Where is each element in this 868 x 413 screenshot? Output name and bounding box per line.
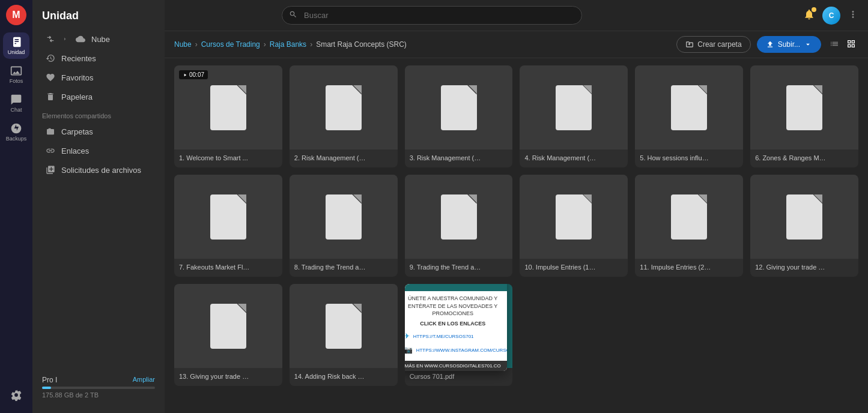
sidebar-nav-nube[interactable]: Nube bbox=[36, 30, 161, 48]
file-thumbnail bbox=[635, 65, 743, 149]
file-name: 11. Impulse Entries (2… bbox=[635, 259, 743, 277]
file-thumbnail bbox=[290, 65, 398, 149]
list-item[interactable]: 8. Trading the Trend a… bbox=[290, 175, 398, 277]
file-thumbnail bbox=[750, 175, 858, 259]
sidebar-nav-recientes[interactable]: Recientes bbox=[36, 49, 161, 67]
file-icon bbox=[556, 85, 592, 130]
file-thumbnail bbox=[405, 175, 513, 259]
storage-plan: Pro I bbox=[42, 376, 57, 384]
storage-fill bbox=[42, 387, 51, 389]
file-grid-content: 00:07 1. Welcome to Smart ... 2. Risk Ma… bbox=[165, 58, 868, 413]
file-name: 4. Risk Management (… bbox=[520, 149, 628, 167]
sidebar-nav-carpetas[interactable]: Carpetas bbox=[36, 122, 161, 140]
notification-badge bbox=[812, 7, 816, 12]
sidebar-item-chat[interactable]: Chat bbox=[3, 90, 29, 116]
list-item[interactable]: 11. Impulse Entries (2… bbox=[635, 175, 743, 277]
file-name: 12. Giving your trade … bbox=[750, 259, 858, 277]
app-logo[interactable]: M bbox=[6, 5, 26, 25]
file-name: 3. Risk Management (… bbox=[405, 149, 513, 167]
list-item[interactable]: 2. Risk Management (… bbox=[290, 65, 398, 167]
sidebar-nav-enlaces[interactable]: Enlaces bbox=[36, 142, 161, 160]
cursos-instagram-row: 📷 HTTPS://WWW.INSTAGRAM.COM/CURSOSEMPREN… bbox=[405, 343, 502, 357]
file-icon bbox=[210, 194, 246, 240]
topbar-right: C bbox=[803, 7, 858, 25]
svg-rect-0 bbox=[47, 129, 54, 134]
file-thumbnail bbox=[635, 175, 743, 259]
list-item[interactable]: CURSOS DIGITALES 701 ÚNETE A NUESTRA COM… bbox=[405, 284, 513, 386]
file-thumbnail: CURSOS DIGITALES 701 ÚNETE A NUESTRA COM… bbox=[405, 284, 513, 368]
upload-button[interactable]: Subir... bbox=[757, 36, 821, 53]
shared-section-label: Elementos compartidos bbox=[32, 106, 165, 122]
more-options-icon[interactable] bbox=[848, 9, 858, 22]
breadcrumb-cursos[interactable]: Cursos de Trading bbox=[201, 40, 260, 49]
file-thumbnail bbox=[520, 65, 628, 149]
list-item[interactable]: 10. Impulse Entries (1… bbox=[520, 175, 628, 277]
file-thumbnail bbox=[290, 284, 398, 368]
breadcrumb-sep1: › bbox=[195, 40, 198, 49]
file-thumbnail bbox=[174, 175, 282, 259]
list-item[interactable]: 12. Giving your trade … bbox=[750, 175, 858, 277]
file-icon bbox=[556, 194, 592, 240]
file-name: 7. Fakeouts Market Fl… bbox=[174, 259, 282, 277]
list-item[interactable]: 13. Giving your trade … bbox=[174, 284, 282, 386]
sidebar-title: Unidad bbox=[32, 7, 165, 29]
create-folder-button[interactable]: Crear carpeta bbox=[676, 36, 750, 53]
file-icon bbox=[210, 304, 246, 349]
view-toggle bbox=[827, 37, 858, 53]
breadcrumb-nube[interactable]: Nube bbox=[174, 40, 192, 49]
file-name: 5. How sessions influ… bbox=[635, 149, 743, 167]
upgrade-link[interactable]: Ampliar bbox=[133, 376, 155, 384]
cursos-header: CURSOS DIGITALES 701 bbox=[405, 284, 507, 291]
avatar[interactable]: C bbox=[822, 7, 840, 25]
cursos-popup: CURSOS DIGITALES 701 ÚNETE A NUESTRA COM… bbox=[405, 284, 507, 371]
sidebar-nav-favoritos[interactable]: Favoritos bbox=[36, 68, 161, 86]
file-name: 10. Impulse Entries (1… bbox=[520, 259, 628, 277]
grid-view-button[interactable] bbox=[844, 37, 858, 53]
list-item[interactable]: 9. Trading the Trend a… bbox=[405, 175, 513, 277]
file-icon bbox=[441, 85, 477, 130]
sidebar-item-backups[interactable]: Backups bbox=[3, 119, 29, 145]
notification-bell[interactable] bbox=[803, 8, 815, 23]
file-icon bbox=[671, 85, 707, 130]
breadcrumb-smart: Smart Raja Concepts (SRC) bbox=[316, 40, 407, 49]
sidebar-nav-solicitudes[interactable]: Solicitudes de archivos bbox=[36, 161, 161, 179]
file-thumbnail bbox=[290, 175, 398, 259]
icon-bar: M Unidad Fotos Chat Backups bbox=[0, 0, 32, 413]
file-icon bbox=[326, 85, 362, 130]
breadcrumb: Nube › Cursos de Trading › Raja Banks › … bbox=[174, 34, 676, 55]
file-name: 14. Adding Risk back … bbox=[290, 368, 398, 386]
list-item[interactable]: 7. Fakeouts Market Fl… bbox=[174, 175, 282, 277]
file-thumbnail bbox=[520, 175, 628, 259]
file-icon bbox=[671, 194, 707, 240]
sidebar-item-unidad[interactable]: Unidad bbox=[3, 32, 29, 59]
settings-icon[interactable] bbox=[3, 382, 29, 408]
list-item[interactable]: 3. Risk Management (… bbox=[405, 65, 513, 167]
file-icon bbox=[326, 194, 362, 240]
breadcrumb-sep3: › bbox=[310, 40, 312, 49]
cursos-telegram-row: ✈ HTTPS://T.ME/CURSOS701 bbox=[405, 330, 502, 343]
sidebar-item-fotos[interactable]: Fotos bbox=[3, 61, 29, 88]
breadcrumb-raja[interactable]: Raja Banks bbox=[270, 40, 306, 49]
file-grid: 00:07 1. Welcome to Smart ... 2. Risk Ma… bbox=[174, 65, 858, 386]
list-item[interactable]: 6. Zones & Ranges M… bbox=[750, 65, 858, 167]
file-icon bbox=[786, 194, 822, 240]
list-item[interactable]: 5. How sessions influ… bbox=[635, 65, 743, 167]
list-item[interactable]: 4. Risk Management (… bbox=[520, 65, 628, 167]
search-input[interactable] bbox=[282, 6, 582, 25]
search-box bbox=[282, 6, 582, 25]
file-icon bbox=[326, 304, 362, 349]
file-name: 9. Trading the Trend a… bbox=[405, 259, 513, 277]
storage-used: 175.88 GB de 2 TB bbox=[42, 391, 155, 399]
file-name: 1. Welcome to Smart ... bbox=[174, 149, 282, 167]
storage-bar bbox=[42, 387, 155, 389]
list-view-button[interactable] bbox=[827, 37, 842, 53]
file-icon bbox=[441, 194, 477, 240]
main-area: C Nube › Cursos de Trading › Raja Banks … bbox=[165, 0, 868, 413]
sidebar-nav-papelera[interactable]: Papelera bbox=[36, 88, 161, 106]
sidebar-footer: Pro I Ampliar 175.88 GB de 2 TB bbox=[32, 369, 165, 406]
topbar: C bbox=[165, 0, 868, 31]
breadcrumb-sep2: › bbox=[264, 40, 266, 49]
sidebar: Unidad Nube Recientes Favoritos Papelera… bbox=[32, 0, 165, 413]
list-item[interactable]: 14. Adding Risk back … bbox=[290, 284, 398, 386]
list-item[interactable]: 00:07 1. Welcome to Smart ... bbox=[174, 65, 282, 167]
